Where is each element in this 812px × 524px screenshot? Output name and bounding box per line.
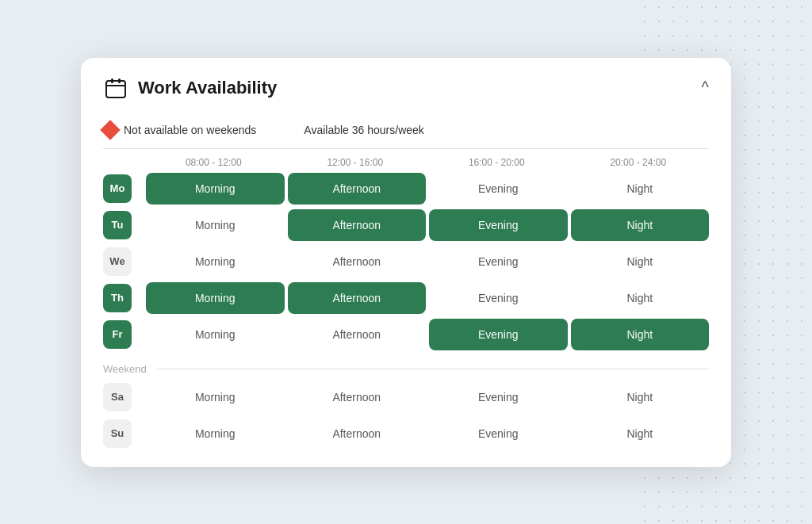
table-row: FrMorningAfternoonEveningNight [103,319,709,350]
slot-evening[interactable]: Evening [429,319,568,350]
slot-night[interactable]: Night [571,173,710,205]
svg-rect-0 [106,81,125,98]
weekend-divider-line [156,369,709,369]
slot-afternoon[interactable]: Afternoon [288,282,427,314]
weekday-rows: MoMorningAfternoonEveningNightTuMorningA… [103,173,709,350]
day-badge-we[interactable]: We [103,247,132,276]
slot-afternoon[interactable]: Afternoon [288,209,427,241]
weekend-separator: Weekend [103,355,709,381]
day-badge-mo[interactable]: Mo [103,174,132,203]
svg-rect-1 [111,78,113,83]
time-label-night: 20:00 - 24:00 [568,157,710,168]
time-label-afternoon: 12:00 - 16:00 [285,157,427,168]
header-left: Work Availability [103,75,277,101]
table-row: ThMorningAfternoonEveningNight [103,282,709,314]
slot-evening[interactable]: Evening [429,418,568,449]
slot-night[interactable]: Night [571,246,710,277]
day-badge-fr[interactable]: Fr [103,320,132,349]
slot-afternoon[interactable]: Afternoon [288,418,427,449]
table-row: WeMorningAfternoonEveningNight [103,246,709,277]
svg-rect-2 [118,78,121,83]
slot-night[interactable]: Night [571,282,710,314]
table-row: SaMorningAfternoonEveningNight [103,381,709,413]
slot-afternoon[interactable]: Afternoon [288,246,427,277]
table-row: SuMorningAfternoonEveningNight [103,418,709,449]
collapse-button[interactable]: ^ [702,78,709,97]
available-hours-label: Available 36 hours/week [304,124,424,136]
slot-morning[interactable]: Morning [146,209,285,241]
table-row: TuMorningAfternoonEveningNight [103,209,709,241]
work-availability-card: Work Availability ^ Not available on wee… [81,58,731,467]
time-header-row: 08:00 - 12:00 12:00 - 16:00 16:00 - 20:0… [103,149,709,173]
slot-evening[interactable]: Evening [429,282,568,314]
slot-afternoon[interactable]: Afternoon [288,173,427,205]
card-header: Work Availability ^ [81,58,731,115]
table-row: MoMorningAfternoonEveningNight [103,173,709,205]
slot-evening[interactable]: Evening [429,246,568,277]
page-title: Work Availability [138,78,277,98]
slot-night[interactable]: Night [571,209,710,241]
slot-evening[interactable]: Evening [429,209,568,241]
time-label-morning: 08:00 - 12:00 [143,157,285,168]
day-badge-tu[interactable]: Tu [103,211,132,239]
slot-morning[interactable]: Morning [146,319,285,350]
slot-evening[interactable]: Evening [429,173,568,205]
slot-afternoon[interactable]: Afternoon [288,319,427,350]
info-row: Not available on weekends Available 36 h… [81,115,731,148]
not-available-label: Not available on weekends [124,124,256,136]
slot-morning[interactable]: Morning [146,418,285,449]
slot-morning[interactable]: Morning [146,282,285,314]
calendar-icon [103,75,128,101]
slot-morning[interactable]: Morning [146,173,285,205]
slot-morning[interactable]: Morning [146,381,285,413]
warning-icon [100,120,120,140]
slot-night[interactable]: Night [571,418,710,449]
not-available-notice: Not available on weekends [103,123,256,137]
slot-evening[interactable]: Evening [429,381,568,413]
time-label-evening: 16:00 - 20:00 [426,157,568,168]
slot-afternoon[interactable]: Afternoon [288,381,427,413]
slot-morning[interactable]: Morning [146,246,285,277]
day-badge-sa[interactable]: Sa [103,383,132,411]
weekend-label: Weekend [103,363,147,375]
day-badge-su[interactable]: Su [103,419,132,448]
schedule-container: 08:00 - 12:00 12:00 - 16:00 16:00 - 20:0… [81,149,731,454]
slot-night[interactable]: Night [571,319,710,350]
day-badge-th[interactable]: Th [103,284,132,312]
weekend-rows: SaMorningAfternoonEveningNightSuMorningA… [103,381,709,449]
slot-night[interactable]: Night [571,381,710,413]
